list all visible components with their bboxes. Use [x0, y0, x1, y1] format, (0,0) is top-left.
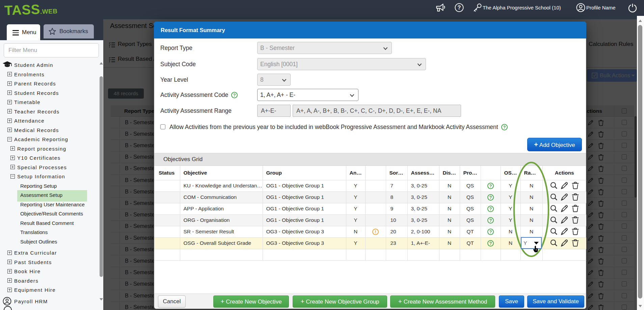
svg-text:?: ? [458, 5, 461, 10]
